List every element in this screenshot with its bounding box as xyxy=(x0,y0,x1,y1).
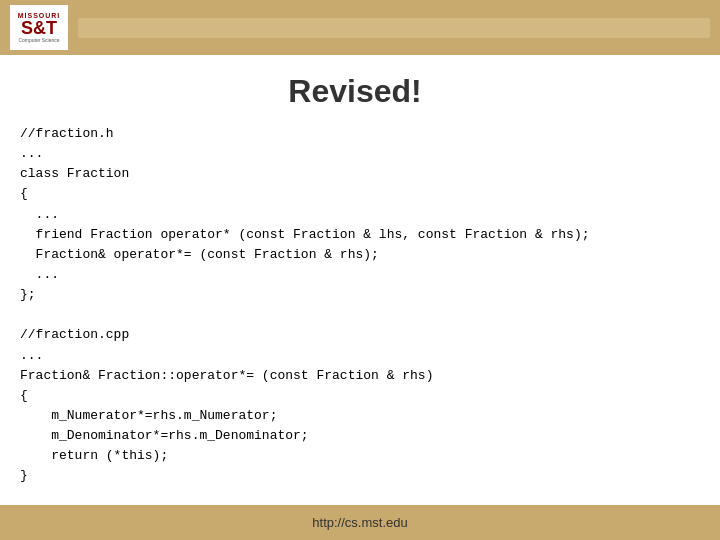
logo-subtitle-text: Computer Science xyxy=(18,37,59,43)
code-line-14: { xyxy=(20,386,690,406)
page-title: Revised! xyxy=(20,73,690,110)
footer-url: http://cs.mst.edu xyxy=(312,515,407,530)
logo-area: MISSOURI S&T Computer Science xyxy=(10,5,68,50)
logo-box: MISSOURI S&T Computer Science xyxy=(10,5,68,50)
top-bar: MISSOURI S&T Computer Science xyxy=(0,0,720,55)
code-line-10 xyxy=(20,305,690,325)
code-line-9: }; xyxy=(20,285,690,305)
code-block: //fraction.h ... class Fraction { ... fr… xyxy=(20,124,690,487)
logo-st-text: S&T xyxy=(21,19,57,37)
code-line-12: ... xyxy=(20,346,690,366)
code-line-5: ... xyxy=(20,205,690,225)
code-line-18: } xyxy=(20,466,690,486)
code-line-1: //fraction.h xyxy=(20,124,690,144)
code-line-16: m_Denominator*=rhs.m_Denominator; xyxy=(20,426,690,446)
main-content: Revised! //fraction.h ... class Fraction… xyxy=(0,55,720,497)
code-line-17: return (*this); xyxy=(20,446,690,466)
code-line-2: ... xyxy=(20,144,690,164)
code-line-8: ... xyxy=(20,265,690,285)
code-line-4: { xyxy=(20,184,690,204)
bottom-bar: http://cs.mst.edu xyxy=(0,505,720,540)
code-line-11: //fraction.cpp xyxy=(20,325,690,345)
code-line-7: Fraction& operator*= (const Fraction & r… xyxy=(20,245,690,265)
code-line-13: Fraction& Fraction::operator*= (const Fr… xyxy=(20,366,690,386)
top-bar-decoration xyxy=(78,18,710,38)
code-line-6: friend Fraction operator* (const Fractio… xyxy=(20,225,690,245)
code-line-3: class Fraction xyxy=(20,164,690,184)
code-line-15: m_Numerator*=rhs.m_Numerator; xyxy=(20,406,690,426)
